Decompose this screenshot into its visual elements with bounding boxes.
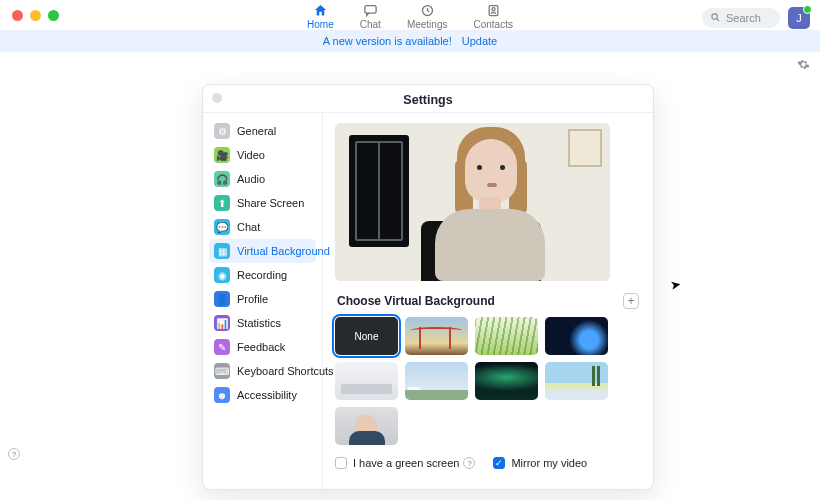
sidebar-item-chat[interactable]: 💬Chat: [209, 215, 316, 239]
sidebar-item-video[interactable]: 🎥Video: [209, 143, 316, 167]
bg-thumb-beach[interactable]: [545, 362, 608, 400]
sidebar-item-label: Share Screen: [237, 197, 304, 209]
sidebar-item-label: Keyboard Shortcuts: [237, 365, 334, 377]
sidebar-item-label: General: [237, 125, 276, 137]
bg-thumb-office[interactable]: [335, 362, 398, 400]
background-thumbnails: None: [335, 317, 641, 445]
sidebar-item-label: Statistics: [237, 317, 281, 329]
virtual-bg-icon: ▦: [214, 243, 230, 259]
chat-icon: [362, 2, 378, 18]
sidebar-item-recording[interactable]: ◉Recording: [209, 263, 316, 287]
mirror-video-checkbox[interactable]: ✓ Mirror my video: [493, 457, 587, 469]
green-screen-label: I have a green screen: [353, 457, 459, 469]
sidebar-item-statistics[interactable]: 📊Statistics: [209, 311, 316, 335]
nav-chat[interactable]: Chat: [360, 2, 381, 30]
update-banner: A new version is available! Update: [0, 30, 820, 52]
window-controls: [12, 10, 59, 21]
info-icon[interactable]: ?: [463, 457, 475, 469]
statistics-icon: 📊: [214, 315, 230, 331]
search-icon: [710, 12, 721, 25]
section-title: Choose Virtual Background: [337, 294, 495, 308]
video-icon: [408, 387, 420, 397]
close-window-button[interactable]: [12, 10, 23, 21]
sidebar-item-label: Feedback: [237, 341, 285, 353]
nav-home[interactable]: Home: [307, 2, 334, 30]
search-input[interactable]: Search: [702, 8, 780, 28]
sidebar-item-label: Chat: [237, 221, 260, 233]
green-screen-checkbox[interactable]: I have a green screen ?: [335, 457, 475, 469]
bg-thumb-grass[interactable]: [475, 317, 538, 355]
nav-label: Contacts: [473, 19, 512, 30]
sidebar-item-accessibility[interactable]: ☻Accessibility: [209, 383, 316, 407]
user-avatar[interactable]: J: [788, 7, 810, 29]
settings-modal: Settings ⚙General🎥Video🎧Audio⬆Share Scre…: [202, 84, 654, 490]
headphones-icon: 🎧: [214, 171, 230, 187]
sidebar-item-label: Recording: [237, 269, 287, 281]
bg-thumb-earth[interactable]: [545, 317, 608, 355]
update-link[interactable]: Update: [462, 35, 497, 47]
sidebar-item-virtual-background[interactable]: ▦Virtual Background: [209, 239, 316, 263]
cursor-icon: ➤: [669, 276, 682, 293]
feedback-icon: ✎: [214, 339, 230, 355]
nav-contacts[interactable]: Contacts: [473, 2, 512, 30]
share-screen-icon: ⬆: [214, 195, 230, 211]
sidebar-item-label: Video: [237, 149, 265, 161]
top-right-controls: Search J: [702, 7, 810, 29]
contacts-icon: [485, 2, 501, 18]
keyboard-icon: ⌨: [214, 363, 230, 379]
sidebar-item-feedback[interactable]: ✎Feedback: [209, 335, 316, 359]
nav-meetings[interactable]: Meetings: [407, 2, 448, 30]
sidebar-item-label: Audio: [237, 173, 265, 185]
modal-header: Settings: [203, 87, 653, 113]
svg-point-3: [492, 7, 495, 10]
close-icon[interactable]: [212, 93, 222, 103]
fullscreen-window-button[interactable]: [48, 10, 59, 21]
sidebar-item-label: Profile: [237, 293, 268, 305]
bg-thumb-aur[interactable]: [475, 362, 538, 400]
video-preview: [335, 123, 610, 281]
bg-thumb-bridge[interactable]: [405, 317, 468, 355]
bg-thumb-sky[interactable]: [405, 362, 468, 400]
svg-point-4: [712, 13, 718, 19]
search-placeholder: Search: [726, 12, 761, 24]
top-nav: HomeChatMeetingsContacts: [0, 0, 820, 30]
settings-content: Choose Virtual Background + None I have …: [323, 113, 653, 489]
svg-line-5: [717, 18, 719, 20]
settings-sidebar: ⚙General🎥Video🎧Audio⬆Share Screen💬Chat▦V…: [203, 113, 323, 489]
bg-thumb-selfie[interactable]: [335, 407, 398, 445]
mirror-video-label: Mirror my video: [511, 457, 587, 469]
home-icon: [312, 2, 328, 18]
info-icon[interactable]: ?: [8, 448, 20, 460]
nav-label: Meetings: [407, 19, 448, 30]
accessibility-icon: ☻: [214, 387, 230, 403]
chat-icon: 💬: [214, 219, 230, 235]
nav-label: Home: [307, 19, 334, 30]
avatar-initial: J: [796, 12, 802, 24]
sidebar-item-label: Virtual Background: [237, 245, 330, 257]
sidebar-item-share-screen[interactable]: ⬆Share Screen: [209, 191, 316, 215]
nav-label: Chat: [360, 19, 381, 30]
recording-icon: ◉: [214, 267, 230, 283]
clock-icon: [419, 2, 435, 18]
minimize-window-button[interactable]: [30, 10, 41, 21]
modal-title: Settings: [403, 93, 452, 107]
sidebar-item-keyboard-shortcuts[interactable]: ⌨Keyboard Shortcuts: [209, 359, 316, 383]
banner-text: A new version is available!: [323, 35, 452, 47]
gear-icon[interactable]: [797, 58, 810, 74]
add-background-button[interactable]: +: [623, 293, 639, 309]
sidebar-item-audio[interactable]: 🎧Audio: [209, 167, 316, 191]
sidebar-item-label: Accessibility: [237, 389, 297, 401]
svg-rect-0: [365, 5, 376, 13]
gear-icon: ⚙: [214, 123, 230, 139]
video-icon: 🎥: [214, 147, 230, 163]
sidebar-item-general[interactable]: ⚙General: [209, 119, 316, 143]
bg-thumb-none[interactable]: None: [335, 317, 398, 355]
profile-icon: 👤: [214, 291, 230, 307]
options-row: I have a green screen ? ✓ Mirror my vide…: [335, 457, 641, 469]
sidebar-item-profile[interactable]: 👤Profile: [209, 287, 316, 311]
